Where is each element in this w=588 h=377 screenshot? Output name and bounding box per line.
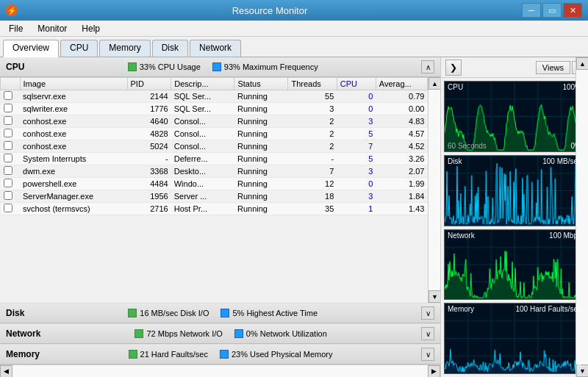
col-image[interactable]: Image xyxy=(20,78,127,90)
col-avg[interactable]: Averag... xyxy=(376,78,427,90)
table-row[interactable]: svchost (termsvcs) 2716 Host Pr... Runni… xyxy=(1,203,428,215)
network-section-header[interactable]: Network 72 Mbps Network I/O 0% Network U… xyxy=(0,323,440,344)
col-status[interactable]: Status xyxy=(234,78,288,90)
window-title: Resource Monitor xyxy=(18,5,522,16)
row-check[interactable] xyxy=(1,140,21,153)
network-graph-panel: Network 100 Mbps xyxy=(444,229,585,301)
row-check[interactable] xyxy=(1,178,21,190)
col-pid[interactable]: PID xyxy=(127,78,171,90)
row-pid: 4828 xyxy=(127,128,171,140)
table-row[interactable]: powershell.exe 4484 Windo... Running 12 … xyxy=(1,178,428,190)
row-desc: Deskto... xyxy=(171,165,234,178)
table-row[interactable]: sqlwriter.exe 1776 SQL Ser... Running 3 … xyxy=(1,103,428,115)
network-util-icon xyxy=(234,329,243,338)
row-threads: 7 xyxy=(288,165,337,178)
row-desc: Host Pr... xyxy=(171,203,234,215)
memory-section-header[interactable]: Memory 21 Hard Faults/sec 23% Used Physi… xyxy=(0,344,440,365)
network-io-stat: 72 Mbps Network I/O xyxy=(135,329,222,338)
menu-help[interactable]: Help xyxy=(76,22,106,35)
row-pid: 4484 xyxy=(127,178,171,190)
tab-network[interactable]: Network xyxy=(190,40,241,57)
row-check[interactable] xyxy=(1,165,21,178)
row-check[interactable] xyxy=(1,103,21,115)
table-row[interactable]: dwm.exe 3368 Deskto... Running 7 3 2.07 xyxy=(1,165,428,178)
cpu-usage-icon xyxy=(128,62,137,71)
row-avg: 0.79 xyxy=(376,90,427,103)
row-image: sqlwriter.exe xyxy=(20,103,127,115)
col-check[interactable] xyxy=(1,78,21,90)
tab-memory[interactable]: Memory xyxy=(99,40,150,57)
row-pid: 2144 xyxy=(127,90,171,103)
row-status: Running xyxy=(234,103,288,115)
scroll-right-btn[interactable]: ▶ xyxy=(428,365,440,378)
network-util-text: 0% Network Utilization xyxy=(246,329,327,338)
row-check[interactable] xyxy=(1,190,21,203)
right-scrollbar[interactable]: ▲ ▼ xyxy=(576,57,588,377)
table-row[interactable]: conhost.exe 4640 Consol... Running 2 3 4… xyxy=(1,115,428,128)
network-io-text: 72 Mbps Network I/O xyxy=(146,329,222,338)
row-check[interactable] xyxy=(1,115,21,128)
scroll-up-btn[interactable]: ▲ xyxy=(429,77,440,90)
table-row[interactable]: conhost.exe 4828 Consol... Running 2 5 4… xyxy=(1,128,428,140)
row-check[interactable] xyxy=(1,203,21,215)
minimize-button[interactable]: ─ xyxy=(522,3,541,18)
restore-button[interactable]: ▭ xyxy=(542,3,562,18)
row-cpu: 3 xyxy=(337,190,376,203)
disk-section-header[interactable]: Disk 16 MB/sec Disk I/O 5% Highest Activ… xyxy=(0,303,440,323)
network-util-stat: 0% Network Utilization xyxy=(234,329,327,338)
cpu-graph-canvas xyxy=(445,82,584,151)
scroll-down-btn[interactable]: ▼ xyxy=(429,290,440,303)
right-scroll-up-btn[interactable]: ▲ xyxy=(576,57,588,70)
table-row[interactable]: conhost.exe 5024 Consol... Running 2 7 4… xyxy=(1,140,428,153)
process-table-scroll[interactable]: Image PID Descrip... Status Threads CPU … xyxy=(0,77,428,303)
cpu-freq-icon xyxy=(212,62,221,71)
disk-collapse-btn[interactable]: ∨ xyxy=(421,306,434,320)
row-desc: SQL Ser... xyxy=(171,90,234,103)
row-status: Running xyxy=(234,115,288,128)
menu-file[interactable]: File xyxy=(3,22,29,35)
cpu-collapse-btn[interactable]: ∧ xyxy=(421,60,434,73)
table-row[interactable]: System Interrupts - Deferre... Running -… xyxy=(1,153,428,165)
col-cpu[interactable]: CPU xyxy=(337,78,376,90)
memory-collapse-btn[interactable]: ∨ xyxy=(421,348,434,361)
row-cpu: 7 xyxy=(337,140,376,153)
app-icon: ⚡ xyxy=(6,4,18,16)
menu-bar: File Monitor Help xyxy=(0,21,588,37)
memory-used-text: 23% Used Physical Memory xyxy=(232,350,333,359)
tab-bar: Overview CPU Memory Disk Network xyxy=(0,37,588,57)
graph-nav-btn[interactable]: ❯ xyxy=(445,60,462,76)
network-graph-max: 100 Mbps xyxy=(549,231,581,240)
memory-graph-panel: Memory 100 Hard Faults/sec 0 xyxy=(444,303,585,374)
scroll-left-btn[interactable]: ◀ xyxy=(0,365,12,378)
table-scrollbar[interactable]: ▲ ▼ xyxy=(428,77,440,303)
bottom-scrollbar[interactable]: ◀ ▶ xyxy=(0,365,440,377)
tab-disk[interactable]: Disk xyxy=(152,40,188,57)
col-desc[interactable]: Descrip... xyxy=(171,78,234,90)
row-status: Running xyxy=(234,190,288,203)
menu-monitor[interactable]: Monitor xyxy=(32,22,73,35)
row-pid: 4640 xyxy=(127,115,171,128)
network-collapse-btn[interactable]: ∨ xyxy=(421,327,434,340)
row-check[interactable] xyxy=(1,90,21,103)
table-row[interactable]: sqlservr.exe 2144 SQL Ser... Running 55 … xyxy=(1,90,428,103)
row-image: conhost.exe xyxy=(20,140,127,153)
row-check[interactable] xyxy=(1,128,21,140)
tab-cpu[interactable]: CPU xyxy=(60,40,98,57)
memory-title: Memory xyxy=(6,349,40,359)
close-button[interactable]: ✕ xyxy=(563,3,582,18)
table-row[interactable]: ServerManager.exe 1956 Server ... Runnin… xyxy=(1,190,428,203)
row-check[interactable] xyxy=(1,153,21,165)
col-threads[interactable]: Threads xyxy=(288,78,337,90)
row-status: Running xyxy=(234,178,288,190)
row-desc: Consol... xyxy=(171,115,234,128)
views-button[interactable]: Views xyxy=(536,61,570,74)
tab-overview[interactable]: Overview xyxy=(3,40,59,57)
disk-graph-label: Disk xyxy=(448,157,462,165)
row-cpu: 5 xyxy=(337,128,376,140)
network-stats: 72 Mbps Network I/O 0% Network Utilizati… xyxy=(135,329,326,338)
row-pid: 1956 xyxy=(127,190,171,203)
row-cpu: 3 xyxy=(337,115,376,128)
network-title: Network xyxy=(6,328,40,339)
cpu-section-header[interactable]: CPU 33% CPU Usage 93% Maximum Frequency … xyxy=(0,57,440,77)
disk-graph-canvas xyxy=(445,156,584,226)
